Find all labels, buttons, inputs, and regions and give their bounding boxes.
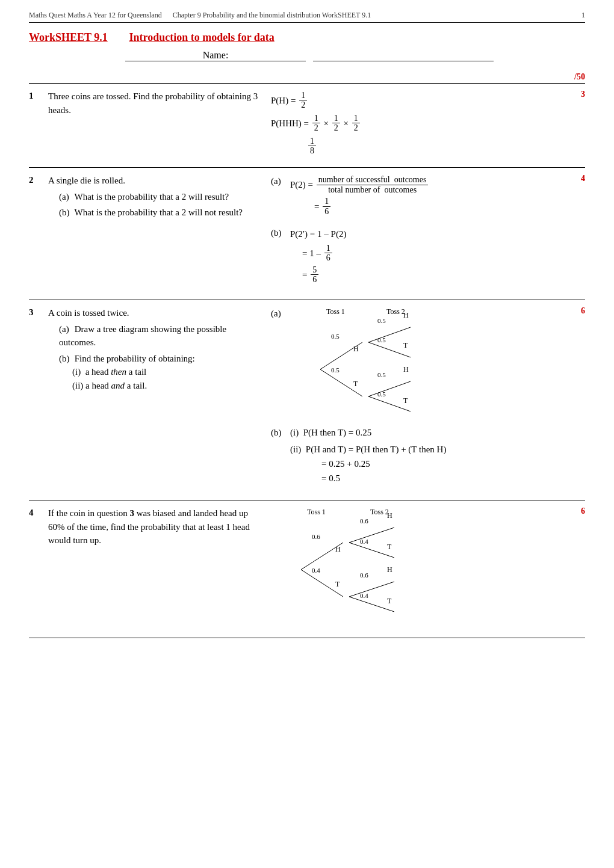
q1-answer: P(H) = 1 2 P(HHH) = 1 2 × 1 2 × <box>265 90 585 156</box>
q4-prob-h1: 0.6 <box>312 532 320 543</box>
q2-a-line1: P(2) = number of successful outcomes tot… <box>290 175 585 194</box>
q4-node-tt: T <box>387 596 391 607</box>
svg-line-4 <box>368 381 411 396</box>
name-line: Name: <box>29 50 585 61</box>
q1-marks: 3 <box>581 90 585 99</box>
q3-node-tt: T <box>403 395 408 407</box>
svg-line-10 <box>349 582 394 597</box>
q1-line3: 1 8 <box>307 137 585 156</box>
q4-marks: 6 <box>581 506 585 516</box>
svg-line-8 <box>349 528 394 543</box>
q4-node-t: T <box>335 579 340 590</box>
q2-b-line1: P(2′) = 1 – P(2) <box>290 227 585 241</box>
q3-answer-b-content: (i) P(H then T) = 0.25 (ii) P(H and T) =… <box>290 425 585 485</box>
name-label: Name: <box>125 50 306 61</box>
question-4: 4 If the coin in question 3 was biased a… <box>29 500 585 638</box>
q4-prob-tt: 0.4 <box>360 591 368 602</box>
q3-prob-h1: 0.5 <box>331 331 340 342</box>
page: Maths Quest Maths A Year 12 for Queensla… <box>0 0 614 868</box>
q2-b-line3: = 5 6 <box>302 265 585 285</box>
q1-number: 1 <box>29 90 48 156</box>
q4-tree: Toss 1 Toss 2 <box>271 506 476 627</box>
q3-sub-a: (a) Draw a tree diagram showing the poss… <box>59 322 259 349</box>
q2-answer: (a) P(2) = number of successful outcomes… <box>265 174 585 289</box>
q3-prob-th: 0.5 <box>377 370 386 381</box>
q2-answer-b-content: P(2′) = 1 – P(2) = 1 – 1 6 = 5 6 <box>290 226 585 286</box>
q3-b-ii-line2: = 0.25 + 0.25 <box>321 457 585 471</box>
q3-prob-ht: 0.5 <box>377 335 386 346</box>
q3-node-ht: T <box>403 340 408 351</box>
q3-answer-a-content: Toss 1 Toss 2 <box>290 306 585 420</box>
q1-line2: P(HHH) = 1 2 × 1 2 × 1 2 <box>271 114 585 133</box>
q3-intro: A coin is tossed twice. <box>48 306 259 320</box>
q3-b-ii-line1: (ii) P(H and T) = P(H then T) + (T then … <box>290 442 585 457</box>
q3-marks: 6 <box>581 306 585 316</box>
worksheet-subtitle: Introduction to models for data <box>129 31 274 43</box>
q4-prob-hh: 0.6 <box>360 516 368 527</box>
q3-answer-b: (b) (i) P(H then T) = 0.25 (ii) P(H and … <box>271 425 585 485</box>
q4-node-ht: T <box>387 541 391 553</box>
q2-text: A single die is rolled. (a) What is the … <box>48 174 265 289</box>
q3-b-ii-line3: = 0.5 <box>321 471 585 485</box>
q3-node-t: T <box>353 378 358 390</box>
total-marks: /50 <box>29 72 585 82</box>
question-3: 3 A coin is tossed twice. (a) Draw a tre… <box>29 300 585 500</box>
q3-tree-svg <box>290 318 483 432</box>
q2-frac-a: number of successful outcomes total numb… <box>317 175 429 194</box>
q3-toss1-label: Toss 1 <box>326 306 345 318</box>
q3-prob-hh: 0.5 <box>377 316 386 327</box>
question-1: 1 Three coins are tossed. Find the proba… <box>29 83 585 167</box>
q2-frac-a2: 1 6 <box>323 197 330 216</box>
q3-sub-b: (b) Find the probability of obtaining: (… <box>59 352 259 393</box>
page-number: 1 <box>581 11 585 20</box>
q3-node-th: H <box>403 364 409 375</box>
q4-prob-th: 0.6 <box>360 570 368 581</box>
q1-frac2c: 1 2 <box>352 114 360 133</box>
q3-prob-tt: 0.5 <box>377 389 386 400</box>
q4-prob-t1: 0.4 <box>312 565 320 576</box>
q2-a-line2: = 1 6 <box>314 197 585 216</box>
q4-tree-svg <box>271 519 476 633</box>
q4-prob-ht: 0.4 <box>360 537 368 547</box>
q2-answer-a-content: P(2) = number of successful outcomes tot… <box>290 174 585 217</box>
q2-intro: A single die is rolled. <box>48 174 259 188</box>
q2-marks: 4 <box>581 174 585 183</box>
q1-frac2b: 1 2 <box>332 114 340 133</box>
q3-answer-a: (a) Toss 1 Toss 2 <box>271 306 585 420</box>
q2-number: 2 <box>29 174 48 289</box>
q3-sub-bi: (i) a head then a tail <box>72 365 259 379</box>
q4-node-h: H <box>335 544 341 555</box>
q2-answer-a: (a) P(2) = number of successful outcomes… <box>271 174 585 217</box>
q3-b-ii: (ii) P(H and T) = P(H then T) + (T then … <box>290 442 585 485</box>
q3-answer: (a) Toss 1 Toss 2 <box>265 306 585 489</box>
q4-node-hh: H <box>387 510 392 522</box>
q1-line1: P(H) = 1 2 <box>271 91 585 110</box>
q3-node-h: H <box>353 343 359 355</box>
q3-prob-t1: 0.5 <box>331 365 340 376</box>
q4-toss1-label: Toss 1 <box>307 506 326 518</box>
top-bar: Maths Quest Maths A Year 12 for Queensla… <box>29 11 585 23</box>
name-underline <box>313 50 494 61</box>
q2-answer-b: (b) P(2′) = 1 – P(2) = 1 – 1 6 = <box>271 226 585 286</box>
top-bar-text-middle: Chapter 9 Probability and the binomial d… <box>173 11 371 19</box>
q2-b-line2: = 1 – 1 6 <box>302 244 585 263</box>
top-bar-left: Maths Quest Maths A Year 12 for Queensla… <box>29 11 581 20</box>
q4-text: If the coin in question 3 was biased and… <box>48 506 265 627</box>
q2-frac-b2: 1 6 <box>324 244 332 263</box>
question-2: 2 A single die is rolled. (a) What is th… <box>29 167 585 300</box>
q2-frac-b3: 5 6 <box>311 265 318 285</box>
q3-sub-b-items: (i) a head then a tail (ii) a head and a… <box>72 365 259 392</box>
q3-node-hh: H <box>403 310 409 321</box>
q3-tree: Toss 1 Toss 2 <box>290 306 483 420</box>
q3-number: 3 <box>29 306 48 489</box>
q1-frac3: 1 8 <box>308 137 316 156</box>
worksheet-label: WorkSHEET 9.1 <box>29 31 108 43</box>
q3-toss2-label: Toss 2 <box>386 306 405 318</box>
q4-node-th: H <box>387 564 392 576</box>
q2-sub-a: (a) What is the probability that a 2 wil… <box>59 190 259 204</box>
q3-sub-bii: (ii) a head and a tail. <box>72 379 259 393</box>
q4-toss2-label: Toss 2 <box>370 506 389 518</box>
q2-sub-b: (b) What is the probability that a 2 wil… <box>59 206 259 220</box>
q1-frac1: 1 2 <box>299 91 307 110</box>
q1-frac2a: 1 2 <box>312 114 320 133</box>
